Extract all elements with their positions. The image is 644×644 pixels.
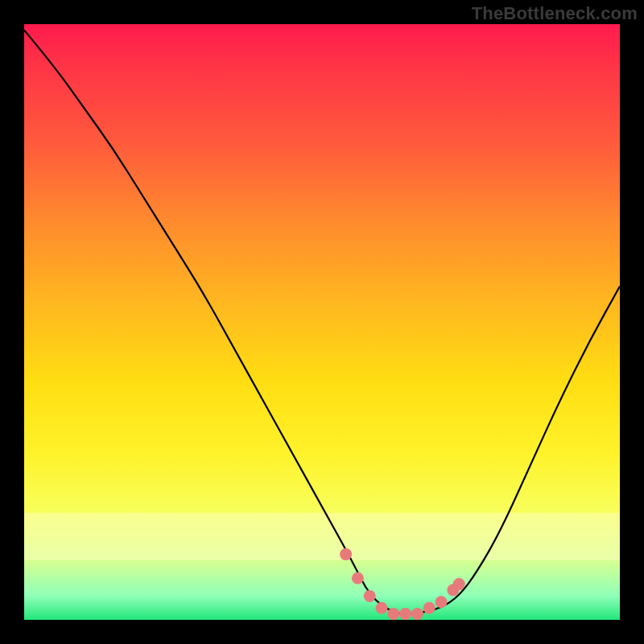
highlight-markers bbox=[340, 548, 465, 620]
marker-dot bbox=[436, 596, 448, 608]
marker-dot bbox=[399, 608, 411, 620]
plot-area bbox=[24, 24, 620, 620]
bottleneck-curve bbox=[24, 24, 620, 620]
watermark-text: TheBottleneck.com bbox=[472, 3, 638, 24]
chart-frame: TheBottleneck.com bbox=[0, 0, 644, 644]
marker-dot bbox=[340, 548, 352, 560]
marker-dot bbox=[411, 608, 423, 620]
curve-line bbox=[24, 30, 620, 613]
marker-dot bbox=[364, 590, 376, 602]
marker-dot bbox=[376, 602, 388, 614]
marker-dot bbox=[423, 602, 436, 614]
marker-dot bbox=[352, 572, 364, 584]
marker-dot bbox=[453, 578, 465, 590]
marker-dot bbox=[387, 608, 399, 620]
